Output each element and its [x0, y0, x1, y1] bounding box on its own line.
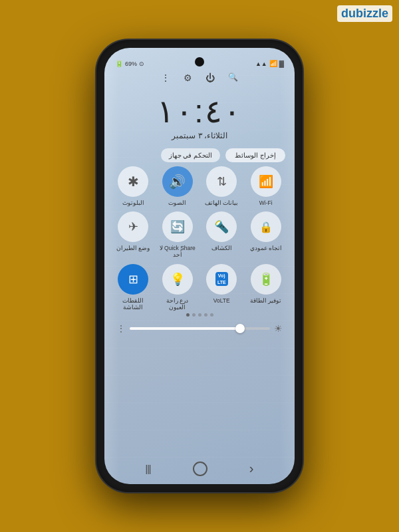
home-button[interactable]	[193, 462, 207, 476]
camera-notch	[195, 57, 204, 66]
battery-icon: 🔋	[115, 60, 123, 67]
airplane-label: وضع الطيران	[116, 245, 150, 251]
nav-bar: ||| ›	[104, 456, 295, 484]
tile-volte[interactable]: Vo)LTE VoLTE	[202, 264, 241, 311]
dot-4	[204, 313, 207, 317]
mobile-data-label: بيانات الهاتف	[205, 200, 238, 206]
tile-wifi[interactable]: 📶 Wi-Fi	[247, 166, 286, 206]
auto-rotate-label: اتجاه عمودي	[250, 245, 282, 251]
brightness-left-icon: ⋮	[116, 323, 126, 334]
clock-area: ١٠:٤٠ الثلاثاء، ٣ سبتمبر	[104, 86, 295, 144]
phone-outer: 🔋 69% ⊙ ▲▲ 📶 ▓ ⋮ ⚙ ⏻ 🔍 ١٠:٤٠ الثلاثاء، ٣…	[96, 40, 303, 492]
mobile-data-icon: ⇅	[217, 174, 227, 189]
flashlight-label: الكشاف	[211, 245, 232, 251]
auto-rotate-icon: 🔒	[259, 221, 273, 233]
dot-1	[186, 313, 190, 317]
media-output-button[interactable]: إخراج الوسائط	[225, 148, 285, 162]
quick-share-label: Quick Share لا أحد	[158, 245, 198, 258]
device-control-button[interactable]: التحكم في جهاز	[161, 148, 221, 162]
page-dots	[114, 313, 285, 317]
flashlight-icon: 🔦	[214, 219, 229, 234]
battery-bar-icon: ▓	[279, 60, 284, 67]
tile-power-save[interactable]: 🔋 توفير الطاقة	[247, 264, 286, 311]
eye-comfort-label: درع راحة العيون	[158, 297, 198, 311]
wifi-icon: 📶	[269, 60, 277, 67]
clock-date: الثلاثاء، ٣ سبتمبر	[104, 131, 295, 140]
wifi-label: Wi-Fi	[259, 200, 273, 206]
wifi-tile-icon: 📶	[259, 174, 273, 189]
dot-3	[198, 313, 201, 317]
tile-bluetooth[interactable]: ✱ البلوتوث	[114, 166, 153, 206]
tile-airplane[interactable]: ✈ وضع الطيران	[114, 211, 153, 258]
back-button[interactable]: ›	[249, 461, 254, 476]
qs-panel: التحكم في جهاز إخراج الوسائط ✱ البلوتوث …	[104, 144, 295, 456]
qs-top-icons: ⋮ ⚙ ⏻ 🔍	[104, 70, 295, 86]
smart-capture-icon: ⊞	[128, 272, 138, 287]
battery-percent: 69%	[125, 61, 137, 67]
dot-5	[210, 313, 213, 317]
sound-label: الصوت	[168, 200, 186, 206]
time-indicator: ⊙	[139, 61, 144, 67]
brightness-row: ⋮ ☀	[114, 319, 285, 336]
signal-icon: ▲▲	[255, 61, 267, 67]
recent-apps-button[interactable]: |||	[146, 464, 151, 474]
eye-comfort-icon: 💡	[170, 272, 185, 287]
brightness-slider[interactable]	[130, 327, 270, 330]
tile-eye-comfort[interactable]: 💡 درع راحة العيون	[158, 264, 198, 311]
bluetooth-label: البلوتوث	[122, 200, 144, 206]
qs-tile-grid: ✱ البلوتوث 🔊 الصوت ⇅ بيانات الهاتف	[114, 166, 285, 311]
volte-badge: Vo)LTE	[215, 272, 228, 285]
settings-icon[interactable]: ⚙	[184, 72, 192, 83]
clock-time: ١٠:٤٠	[104, 92, 295, 130]
volte-label: VoLTE	[213, 297, 230, 304]
brightness-thumb	[235, 324, 245, 333]
tile-smart-capture[interactable]: ⊞ اللقطات الشاشة	[114, 264, 153, 311]
airplane-icon: ✈	[128, 219, 138, 234]
more-options-icon[interactable]: ⋮	[161, 72, 170, 83]
brightness-sun-icon: ☀	[274, 323, 283, 334]
quick-share-icon: 🔄	[170, 219, 185, 234]
phone-screen: 🔋 69% ⊙ ▲▲ 📶 ▓ ⋮ ⚙ ⏻ 🔍 ١٠:٤٠ الثلاثاء، ٣…	[104, 48, 295, 484]
search-icon[interactable]: 🔍	[228, 72, 238, 83]
tile-flashlight[interactable]: 🔦 الكشاف	[202, 211, 241, 258]
power-icon[interactable]: ⏻	[205, 72, 215, 83]
tile-auto-rotate[interactable]: 🔒 اتجاه عمودي	[247, 211, 286, 258]
tile-sound[interactable]: 🔊 الصوت	[158, 166, 198, 206]
brightness-fill	[130, 327, 242, 330]
tile-quick-share[interactable]: 🔄 Quick Share لا أحد	[158, 211, 198, 258]
bluetooth-icon: ✱	[128, 174, 139, 190]
sound-icon: 🔊	[169, 174, 186, 190]
power-save-label: توفير الطاقة	[250, 297, 281, 304]
dubizzle-logo: dubizzle	[337, 5, 392, 22]
tile-mobile-data[interactable]: ⇅ بيانات الهاتف	[202, 166, 241, 206]
smart-capture-label: اللقطات الشاشة	[114, 297, 153, 311]
dot-2	[192, 313, 196, 317]
power-save-icon: 🔋	[259, 272, 273, 287]
